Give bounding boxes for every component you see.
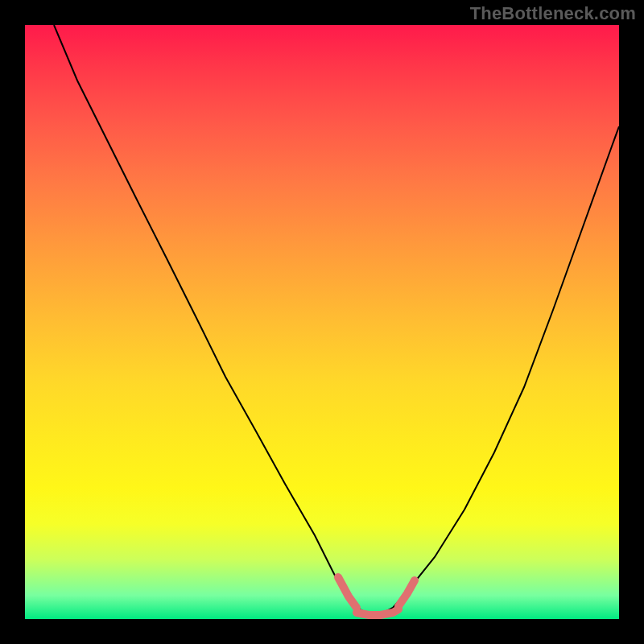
bottleneck-curve-path <box>54 25 619 614</box>
highlight-band-right-cap <box>398 580 415 606</box>
plot-area <box>25 25 619 619</box>
curve-svg <box>25 25 619 619</box>
chart-container: TheBottleneck.com <box>0 0 644 644</box>
highlight-band-left-cap <box>338 577 357 608</box>
watermark-text: TheBottleneck.com <box>470 3 636 24</box>
highlight-band-bottom <box>357 609 398 615</box>
